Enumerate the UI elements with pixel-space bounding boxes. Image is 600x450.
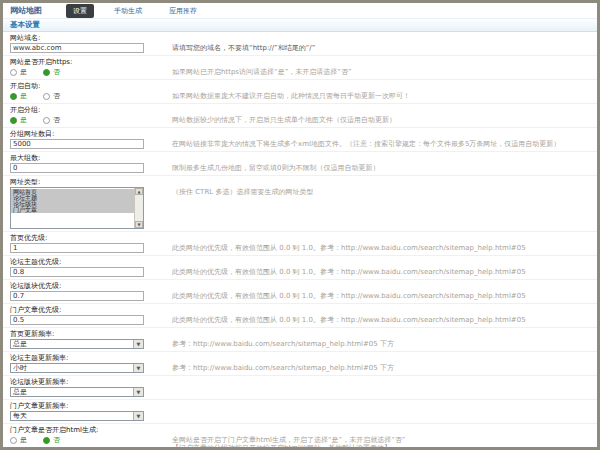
form-row-article-priority: 门户文章优先级: 此类网址的优先级，有效值范围从 0.0 到 1.0。参考：ht… [3,303,597,327]
form-row-thread-priority: 论坛主题优先级: 此类网址的优先级，有效值范围从 0.0 到 1.0。参考：ht… [3,255,597,279]
field-hint: 在网站链接非常庞大的情况下将生成多个xml地图文件。（注意：搜索引擎规定：每个文… [172,139,591,148]
scroll-down-icon[interactable]: ▼ [135,221,143,228]
form-row-grouping: 开启分组: 是 否 网站数据较少的情况下，开启后只生成单个地图文件（仅适用自动更… [3,103,597,127]
field-hint: 此类网址的优先级，有效值范围从 0.0 到 1.0。参考：http://www.… [172,243,591,252]
radio-option-no[interactable]: 否 [43,435,60,445]
form-row-article-html: 门户文章是否开启html生成: 是 否 全网站是否开启了门户文章html生成，开… [3,423,597,447]
radio-icon [10,69,17,76]
form-row-thread-frequency: 论坛主题更新频率: 小时 ▼ 参考：http://www.baidu.com/s… [3,351,597,375]
radio-option-no[interactable]: 否 [43,67,60,77]
radio-icon [43,69,50,76]
field-label: 网址类型: [10,178,591,187]
field-label: 最大组数: [10,154,591,163]
field-hint: 此类网址的优先级，有效值范围从 0.0 到 1.0。参考：http://www.… [172,315,591,324]
form-row-url-types: 网址类型: 网站首页 论坛主题 论坛版块 门户文章 ▲ ▼ （按住 CTRL 多… [3,175,597,231]
field-hint: 全网站是否开启了门户文章html生成，开启了选择“是”，未开启就选择“否” 【门… [172,435,591,447]
field-hint: 如果网站已开启https访问请选择“是”，未开启请选择“否” [172,67,591,76]
group-url-count-input[interactable] [10,139,144,149]
home-priority-input[interactable] [10,243,144,253]
radio-icon [43,437,50,444]
chevron-down-icon: ▼ [133,364,143,372]
form-row-article-frequency: 门户文章更新频率: 每天 ▼ [3,399,597,423]
field-label: 首页更新频率: [10,330,591,339]
field-hint: 限制最多生成几份地图，留空或填0则为不限制（仅适用自动更新） [172,163,591,172]
field-label: 门户文章优先级: [10,306,591,315]
section-title: 基本设置 [3,18,597,32]
radio-icon [43,93,50,100]
grouping-radio-group: 是 否 [10,115,144,125]
field-label: 网站是否开启https: [10,58,591,67]
thread-priority-input[interactable] [10,267,144,277]
radio-icon [10,437,17,444]
auto-radio-group: 是 否 [10,91,144,101]
listbox-option[interactable]: 门户文章 [11,207,134,213]
field-hint: 此类网址的优先级，有效值范围从 0.0 到 1.0。参考：http://www.… [172,267,591,276]
forum-priority-input[interactable] [10,291,144,301]
tab-manual-generate[interactable]: 手动生成 [107,4,149,18]
chevron-down-icon: ▼ [133,412,143,420]
radio-option-yes[interactable]: 是 [10,67,27,77]
chevron-down-icon: ▼ [133,340,143,348]
https-radio-group: 是 否 [10,67,144,77]
thread-frequency-select[interactable]: 小时 ▼ [10,363,144,373]
radio-option-yes[interactable]: 是 [10,435,27,445]
form-row-forum-priority: 论坛版块优先级: 此类网址的优先级，有效值范围从 0.0 到 1.0。参考：ht… [3,279,597,303]
radio-option-no[interactable]: 否 [43,115,60,125]
field-label: 门户文章是否开启html生成: [10,426,591,435]
field-hint: 参考：http://www.baidu.com/search/sitemap_h… [172,339,591,348]
field-hint: （按住 CTRL 多选）选择需要生成的网址类型 [172,187,591,196]
field-hint: 网站数据较少的情况下，开启后只生成单个地图文件（仅适用自动更新） [172,115,591,124]
radio-option-yes[interactable]: 是 [10,91,27,101]
field-label: 论坛版块更新频率: [10,378,591,387]
article-priority-input[interactable] [10,315,144,325]
tab-app-recommend[interactable]: 应用推荐 [162,4,204,18]
field-label: 论坛主题更新频率: [10,354,591,363]
max-groups-input[interactable] [10,163,144,173]
field-label: 开启分组: [10,106,591,115]
domain-input[interactable] [10,43,144,53]
form-row-domain: 网站域名: 请填写您的域名，不要填“http://”和结尾的“/” [3,32,597,55]
form-row-group-url-count: 分组网址数目: 在网站链接非常庞大的情况下将生成多个xml地图文件。（注意：搜索… [3,127,597,151]
app-title: 网站地图 [10,5,42,16]
listbox-options: 网站首页 论坛主题 论坛版块 门户文章 [11,188,134,228]
field-label: 论坛版块优先级: [10,282,591,291]
field-label: 门户文章更新频率: [10,402,591,411]
scrollbar[interactable]: ▲ ▼ [134,188,143,228]
scroll-up-icon[interactable]: ▲ [135,188,143,195]
radio-icon [10,93,17,100]
field-hint: 参考：http://www.baidu.com/search/sitemap_h… [172,363,591,372]
radio-option-yes[interactable]: 是 [10,115,27,125]
field-hint [172,387,591,388]
article-html-radio-group: 是 否 [10,435,144,445]
tab-settings[interactable]: 设置 [66,4,94,18]
field-label: 开启自动: [10,82,591,91]
radio-option-no[interactable]: 否 [43,91,60,101]
home-frequency-select[interactable]: 总是 ▼ [10,339,144,349]
field-hint: 请填写您的域名，不要填“http://”和结尾的“/” [172,43,591,52]
field-label: 论坛主题优先级: [10,258,591,267]
radio-icon [10,117,17,124]
field-label: 分组网址数目: [10,130,591,139]
top-nav: 网站地图 设置 手动生成 应用推荐 [3,3,597,18]
field-label: 首页优先级: [10,234,591,243]
forum-frequency-select[interactable]: 总是 ▼ [10,387,144,397]
radio-icon [43,117,50,124]
scrollbar-track[interactable] [135,195,143,221]
form-row-forum-frequency: 论坛版块更新频率: 总是 ▼ [3,375,597,399]
url-types-listbox[interactable]: 网站首页 论坛主题 论坛版块 门户文章 ▲ ▼ [10,187,144,229]
article-frequency-select[interactable]: 每天 ▼ [10,411,144,421]
form-row-home-frequency: 首页更新频率: 总是 ▼ 参考：http://www.baidu.com/sea… [3,327,597,351]
field-hint: 如果网站数据量庞大不建议开启自动，此种情况只需每日手动更新一次即可！ [172,91,591,100]
chevron-down-icon: ▼ [133,388,143,396]
field-label: 网站域名: [10,34,591,43]
form-row-max-groups: 最大组数: 限制最多生成几份地图，留空或填0则为不限制（仅适用自动更新） [3,151,597,175]
field-hint: 此类网址的优先级，有效值范围从 0.0 到 1.0。参考：http://www.… [172,291,591,300]
form-row-auto-update: 开启自动: 是 否 如果网站数据量庞大不建议开启自动，此种情况只需每日手动更新一… [3,79,597,103]
form-row-home-priority: 首页优先级: 此类网址的优先级，有效值范围从 0.0 到 1.0。参考：http… [3,231,597,255]
plugin-settings-page: 网站地图 设置 手动生成 应用推荐 基本设置 网站域名: 请填写您的域名，不要填… [3,3,597,447]
field-hint [172,411,591,412]
form-row-https: 网站是否开启https: 是 否 如果网站已开启https访问请选择“是”，未开… [3,55,597,79]
